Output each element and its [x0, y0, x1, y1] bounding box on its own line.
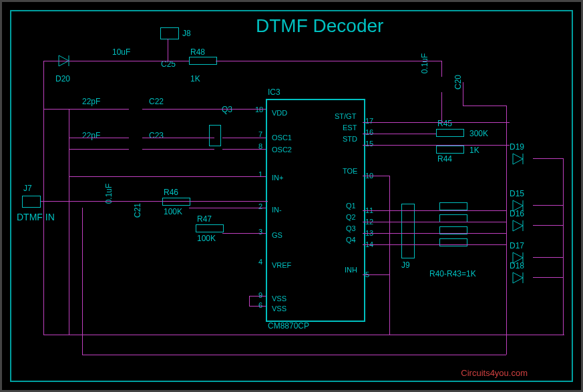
wire — [533, 158, 563, 159]
pin-name: OSC2 — [272, 146, 292, 154]
pin-name: ST/GT — [335, 112, 356, 120]
schematic-title: DTMF Decoder — [256, 15, 383, 37]
led-icon — [510, 271, 536, 284]
c23-ref: C23 — [149, 131, 164, 140]
resistor-r48 — [189, 57, 217, 65]
pin-name: Q1 — [346, 202, 356, 210]
c20-ref: C20 — [453, 75, 463, 89]
d16-ref: D16 — [510, 209, 524, 218]
pin-name: IN+ — [272, 174, 283, 182]
c22-val: 22pF — [82, 97, 100, 106]
pin-name: VREF — [272, 261, 291, 269]
r45-val: 300K — [469, 129, 488, 138]
wire — [69, 176, 266, 177]
j7-label: DTMF IN — [17, 212, 55, 222]
r44-val: 1K — [469, 146, 479, 155]
j7-ref: J7 — [23, 184, 32, 193]
wire — [142, 149, 214, 150]
wire — [222, 149, 266, 150]
pin-num: 16 — [365, 128, 373, 136]
wire — [441, 61, 442, 77]
wire — [43, 61, 189, 61]
pin-num: 3 — [258, 228, 262, 236]
wire — [563, 158, 564, 335]
c21-ref: C21 — [133, 203, 142, 218]
wire — [189, 208, 266, 208]
wire — [441, 92, 442, 122]
pin-name: OSC1 — [272, 134, 292, 142]
wire — [222, 233, 266, 234]
resistor-r47 — [196, 224, 224, 232]
j8-ref: J8 — [182, 29, 191, 38]
wire — [463, 106, 506, 106]
c22-ref: C22 — [149, 97, 164, 106]
pin-num: 17 — [365, 117, 373, 125]
svg-marker-11 — [513, 272, 523, 283]
pin-num: 4 — [258, 258, 262, 266]
pin-num: 18 — [255, 106, 263, 114]
wire — [506, 106, 507, 355]
wire — [249, 296, 266, 297]
j9-ref: J9 — [401, 260, 410, 270]
pin-name: Q3 — [346, 224, 356, 232]
wire — [363, 122, 510, 123]
r46-ref: R46 — [164, 188, 178, 197]
wire — [168, 39, 168, 61]
c25-val: 10uF — [112, 47, 130, 57]
pin-name: Q2 — [346, 213, 356, 221]
wire — [463, 82, 463, 106]
wire — [69, 109, 69, 335]
svg-marker-3 — [513, 154, 523, 164]
connector-j9 — [401, 204, 415, 258]
pin-name: VSS — [272, 295, 286, 303]
d17-ref: D17 — [510, 241, 524, 250]
r47-val: 100K — [197, 234, 216, 243]
wire — [142, 109, 266, 110]
resistor-group — [439, 202, 467, 210]
wire — [363, 210, 506, 211]
ic-part: CM8870CP — [268, 321, 309, 331]
pin-name: INH — [345, 266, 357, 274]
pin-name: IN- — [272, 206, 282, 214]
wire — [363, 134, 436, 134]
wire — [142, 138, 214, 138]
wire — [43, 109, 129, 110]
credits: Circuits4you.com — [461, 368, 528, 378]
wire — [69, 138, 129, 138]
connector-j7 — [22, 196, 41, 208]
wire — [363, 233, 506, 234]
wire — [222, 138, 266, 138]
pin-num: 6 — [258, 301, 262, 309]
pin-num: 15 — [365, 140, 373, 148]
wire — [363, 222, 506, 222]
rgroup-ref: R40-R43=1K — [429, 269, 476, 278]
ic-ref: IC3 — [268, 87, 280, 97]
resistor-r44 — [436, 146, 464, 154]
connector-j8 — [160, 27, 179, 39]
pin-num: 9 — [258, 291, 262, 299]
svg-marker-7 — [513, 220, 523, 231]
wire — [43, 61, 44, 335]
r48-val: 1K — [190, 74, 200, 83]
d19-ref: D19 — [510, 142, 524, 152]
wire — [363, 176, 389, 176]
resistor-r46 — [162, 198, 190, 206]
wire — [533, 205, 563, 206]
wire — [533, 277, 563, 278]
wire — [41, 201, 268, 202]
wire — [249, 296, 250, 306]
d15-ref: D15 — [510, 189, 524, 198]
pin-num: 2 — [258, 202, 262, 210]
wire — [363, 145, 510, 146]
pin-name: GS — [272, 231, 282, 239]
schematic-canvas: DTMF Decoder IC3 CM8870CP 18 VDD 7 OSC1 … — [0, 0, 583, 392]
wire — [216, 61, 441, 61]
resistor-r45 — [436, 129, 464, 137]
wire — [533, 225, 563, 226]
d18-ref: D18 — [510, 261, 524, 270]
wire — [363, 274, 389, 275]
c23-val: 22pF — [82, 131, 100, 140]
r48-ref: R48 — [190, 47, 205, 57]
pin-name: STD — [343, 135, 357, 143]
pin-name: EST — [343, 124, 357, 132]
